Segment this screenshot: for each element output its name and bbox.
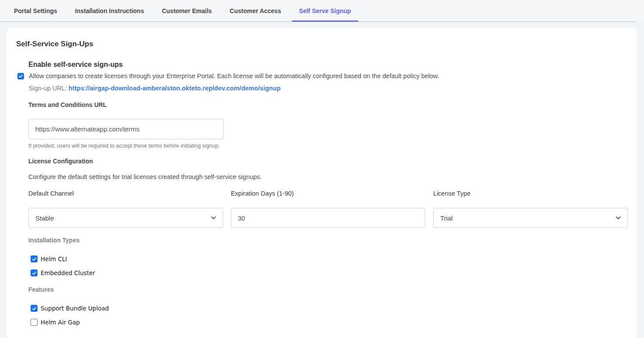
tab-portal-settings[interactable]: Portal Settings [7,0,64,22]
expiration-days-input[interactable] [231,208,426,228]
terms-url-input[interactable] [28,119,224,139]
license-type-select[interactable]: Trial [433,208,628,228]
checkmark-icon [32,306,37,311]
settings-tabbar: Portal Settings Installation Instruction… [0,0,644,22]
page-title: Self-Service Sign-Ups [16,40,628,48]
default-channel-value: Stable [35,214,54,222]
enable-signups-row: Allow companies to create licenses throu… [17,72,628,79]
list-item: Embedded Cluster [31,269,628,276]
license-type-value: Trial [440,214,453,222]
default-channel-label: Default Channel [28,190,223,197]
installation-types-label: Installation Types [28,237,628,243]
terms-url-label: Terms and Conditions URL [28,102,628,108]
signup-url-link[interactable]: https://airgap-download-amberalston.okte… [69,85,281,92]
embedded-cluster-label: Embedded Cluster [41,269,95,276]
default-channel-select[interactable]: Stable [28,208,223,228]
chevron-down-icon [616,216,621,220]
helm-cli-label: Helm CLI [41,255,67,262]
helm-air-gap-label: Helm Air Gap [41,319,80,326]
checkmark-icon [32,271,37,276]
enable-signups-description: Allow companies to create licenses throu… [29,72,439,79]
checkmark-icon [32,257,37,262]
tab-installation-instructions[interactable]: Installation Instructions [68,0,151,22]
default-channel-column: Default Channel Stable [28,190,223,228]
expiration-days-label: Expiration Days (1-90) [231,190,426,197]
installation-types-list: Helm CLI Embedded Cluster [31,255,628,276]
license-type-label: License Type [433,190,628,197]
list-item: Helm Air Gap [31,319,628,326]
signup-url-line: Sign-up URL: https://airgap-download-amb… [29,85,628,92]
enable-signups-heading: Enable self-service sign-ups [28,61,628,68]
license-config-grid: Default Channel Stable Expiration Days (… [28,190,628,228]
license-type-column: License Type Trial [433,190,628,228]
self-service-signups-card: Self-Service Sign-Ups Enable self-servic… [7,28,637,338]
terms-helper-text: If provided, users will be required to a… [28,143,628,149]
list-item: Support Bundle Upload [31,305,628,312]
tab-self-serve-signup[interactable]: Self Serve Signup [292,0,358,22]
features-list: Support Bundle Upload Helm Air Gap [31,305,628,326]
embedded-cluster-checkbox[interactable] [31,269,38,276]
signup-url-label: Sign-up URL: [29,85,67,92]
checkmark-icon [18,74,23,79]
helm-air-gap-checkbox[interactable] [31,319,38,326]
helm-cli-checkbox[interactable] [31,255,38,262]
features-label: Features [28,286,628,293]
support-bundle-upload-checkbox[interactable] [31,305,38,312]
support-bundle-upload-label: Support Bundle Upload [41,305,109,312]
expiration-days-column: Expiration Days (1-90) [231,190,426,228]
license-configuration-label: License Configuration [28,158,628,165]
enable-signups-checkbox[interactable] [17,73,24,79]
tab-customer-access[interactable]: Customer Access [223,0,288,22]
tab-customer-emails[interactable]: Customer Emails [155,0,219,22]
license-configuration-description: Configure the default settings for trial… [28,174,628,180]
chevron-down-icon [211,216,216,220]
list-item: Helm CLI [31,255,628,262]
